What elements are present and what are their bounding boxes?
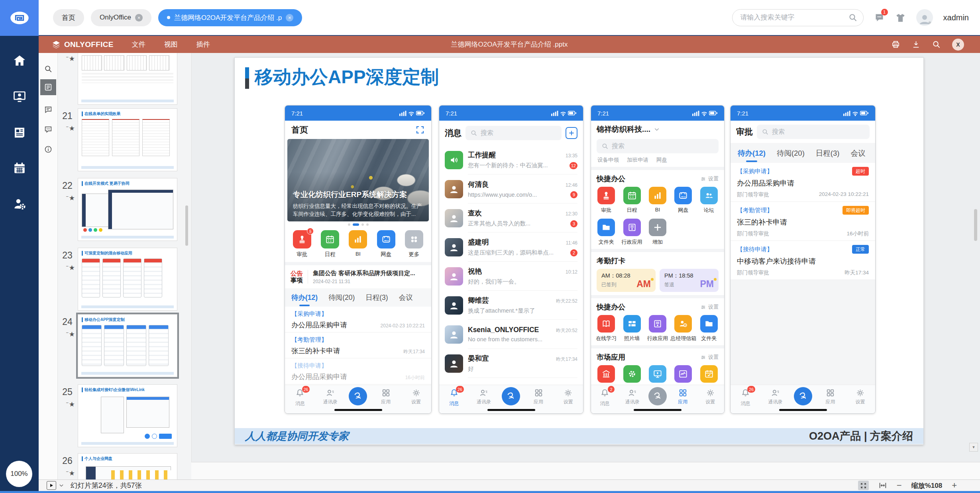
monitor-icon [652,369,663,379]
tab-messages: 2消息 [593,388,617,407]
slide-title: 移动办公APP深度定制 [255,65,439,90]
o2oa-logo[interactable] [0,0,39,36]
left-sidebar: 100% [0,0,39,491]
sidebar-item-home[interactable] [0,49,39,72]
canvas-bottom-strip [191,462,980,479]
zoom-out-button[interactable]: − [897,481,902,490]
home-indicator [334,409,382,411]
tab-presentation[interactable]: 兰德网络O2OA开发平台产品介绍 .p× [158,9,302,26]
slide-thumbnail[interactable]: 个人与企业网盘 [78,453,177,479]
slide-star-icon: ★ [61,264,80,272]
slide-thumbnail[interactable] [78,53,177,105]
find-icon[interactable] [932,40,941,49]
canvas-scrollbar[interactable] [974,209,977,241]
sidebar-item-news[interactable] [0,121,39,143]
slide-thumbnail[interactable]: 在线表单的实现效果 [78,108,177,171]
slides-panel-button[interactable] [40,79,56,95]
find-panel-button[interactable] [40,61,56,77]
onlyoffice-logo-icon [51,40,61,49]
zoom-controls: − 缩放%108 + [858,481,957,490]
approval-item: 【采购申请】超时 办公用品采购申请 部门领导审批2024-02-23 10:22… [731,163,875,202]
slideshow-options-chevron[interactable] [59,483,64,488]
phone-status-bar: 7:21 [439,106,583,121]
badge: 5 [307,228,314,235]
menu-view[interactable]: 视图 [164,40,178,49]
app-richeng: 日程 [318,230,342,258]
slide-24[interactable]: 移动办公APP深度定制 7:21 首页 专业化纺织行业ERP系统解决方案 纺织行… [234,57,924,445]
chat-panel-button[interactable] [40,121,56,137]
workbench-search: 搜索 [597,139,719,153]
close-icon[interactable]: × [135,14,143,22]
slide-footer-slogan: 人人都是协同开发专家 [245,429,349,443]
person-icon [449,271,459,282]
unsaved-dot-icon [167,16,170,19]
o2oa-scribble-icon [652,391,663,402]
tab-contacts: 通讯录 [319,388,342,405]
phone-mockup-approvals[interactable]: 7:21 审批 搜索 待办(12)待阅(20)日程(3)会议 【采购申请】超时 … [730,105,876,414]
folder-icon [704,319,714,329]
message-search: 搜索 [465,126,562,140]
tab-onlyoffice[interactable]: OnlyOffice× [91,9,151,26]
top-bar: 首页 OnlyOffice× 兰德网络O2OA开发平台产品介绍 .p× 1 xa… [39,0,980,36]
interface-zoom-bubble[interactable]: 100% [6,461,32,487]
plus-icon [652,222,663,233]
gear-icon [563,388,573,398]
phone-status-bar: 7:21 [591,106,724,121]
theme-button[interactable] [895,12,906,23]
close-editor-button[interactable]: X [952,39,964,51]
download-icon[interactable] [911,40,921,49]
message-row: 工作提醒13:35您有一个新的待办：中石油冀...12 [439,145,583,174]
slide-thumbnail-selected[interactable]: 移动办公APP深度定制 [78,314,177,377]
messages-button[interactable]: 1 [874,12,885,23]
phone-mockup-home[interactable]: 7:21 首页 专业化纺织行业ERP系统解决方案 纺织行业信息量大，经常出现信息… [285,105,432,414]
apps-grid-icon [678,388,688,398]
print-icon[interactable] [891,40,900,49]
contacts-icon [770,388,780,398]
calendar-check-icon [704,369,714,379]
menu-plugins[interactable]: 插件 [196,40,210,49]
thumbnails-scrollbar[interactable] [185,205,188,246]
center-logo-button [648,387,667,405]
phone-mockup-messages[interactable]: 7:21 消息 搜索 工作提醒13:35您有一个新的待办：中石油冀...12 何… [439,105,583,414]
phone-mockup-workbench[interactable]: 7:21 锦祥纺织科技.... 搜索 设备申领加班申请网盘 快捷办公设置 审批 … [591,105,725,414]
zoom-in-button[interactable]: + [952,481,957,490]
tab-home[interactable]: 首页 [53,9,84,26]
fit-width-icon[interactable] [878,481,887,490]
menu-file[interactable]: 文件 [132,40,145,49]
status-icons [399,110,425,116]
sidebar-item-admin[interactable] [0,193,39,215]
slide-star-icon: ★ [61,330,80,338]
comment-icon [44,105,53,114]
message-row: 祝艳10:12好的，我们等一会。 [439,262,583,291]
slide-thumbnail[interactable]: 轻松集成对接钉\企业微信\WeLink [78,384,177,447]
slide-thumbnail[interactable]: 在线开发模式 更易于协同 [78,178,177,241]
app-more: 更多 [402,230,426,258]
sidebar-item-meeting[interactable] [0,85,39,108]
gear-icon [705,388,715,398]
slide-number-status: 幻灯片第24张，共57张 [71,481,142,490]
todo-tabs: 待办(12)待阅(20)日程(3)会议 [285,288,431,307]
close-icon[interactable]: × [286,14,293,22]
thumbnail-slide-21: 21 ★ 在线表单的实现效果 [58,108,191,172]
announcement-row: 公告事项 集团公告 客研体系和品牌升级项目定...2024-02-21 11:3… [285,265,431,288]
comments-panel-button[interactable] [40,102,56,117]
search-input[interactable] [732,9,864,26]
sidebar-item-calendar[interactable] [0,157,39,179]
doc-icon [652,319,663,329]
avatar [445,354,463,373]
company-selector: 锦祥纺织科技.... [591,121,724,138]
onlyoffice-brand: ONLYOFFICE [51,40,114,49]
calendar-icon [627,190,637,201]
slide-thumbnail[interactable]: 可深度定制的混合移动应用 [78,248,177,311]
contacts-icon [627,388,637,398]
user-avatar[interactable] [916,9,933,26]
approvals-tabs: 待办(12)待阅(20)日程(3)会议 [731,143,875,163]
approvals-search: 搜索 [757,125,870,139]
about-panel-button[interactable] [40,141,56,157]
calendar-icon [12,161,27,175]
approval-item: 【接待申请】正常 中移动客户来访接待申请 部门领导审批昨天17:34 [731,241,875,280]
fit-slide-button[interactable] [858,481,869,490]
scroll-down-button[interactable]: ▼ [969,443,978,452]
photo-wall-icon [627,319,637,329]
start-slideshow-button[interactable] [47,481,56,490]
